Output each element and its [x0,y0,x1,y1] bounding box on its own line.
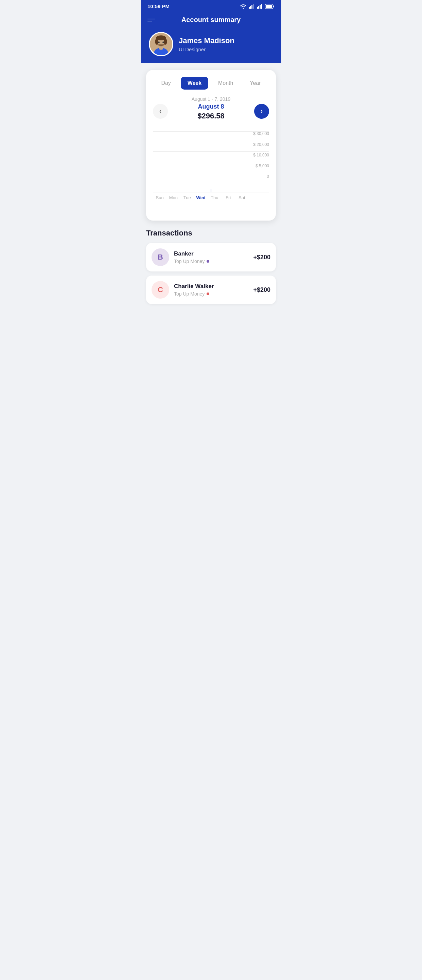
charlie-avatar: C [152,281,169,299]
tab-year[interactable]: Year [243,77,267,89]
svg-point-18 [158,41,160,43]
svg-rect-3 [253,4,254,9]
x-label-sat: Sat [235,195,249,200]
date-main: August 8 [192,103,230,110]
banker-type: Top Up Money [174,259,248,264]
prev-button[interactable]: ‹ [153,104,168,119]
time-display: 10:59 PM [147,3,169,9]
svg-rect-5 [258,6,259,9]
user-name: James Madison [179,36,235,45]
avatar-image [150,32,172,56]
svg-rect-10 [273,5,274,8]
x-label-sun: Sun [153,195,166,200]
user-role: UI Designer [179,46,235,52]
x-label-wed: Wed [194,195,208,200]
x-axis: Sun Mon Tue Wed Thu Fri Sat [153,195,269,200]
y-label-0: 0 [267,174,269,179]
banker-info: Banker Top Up Money [174,250,248,264]
banker-dot [206,260,209,262]
signal-icon [249,4,255,9]
transactions-title: Transactions [146,229,276,237]
svg-point-16 [155,39,158,45]
svg-rect-4 [257,7,258,9]
next-button[interactable]: › [254,104,269,119]
x-label-tue: Tue [181,195,194,200]
date-info: August 1 - 7, 2019 August 8 $296.58 [192,96,230,121]
header: Account summary [141,12,281,63]
date-navigation: ‹ August 1 - 7, 2019 August 8 $296.58 › [153,96,269,126]
wifi-icon [240,4,247,9]
y-label-5k: $ 5,000 [256,164,269,168]
header-top: Account summary [147,16,275,24]
tab-month[interactable]: Month [211,77,240,89]
y-label-30k: $ 30,000 [253,131,269,136]
avatar [149,32,173,56]
svg-rect-2 [251,5,253,9]
banker-avatar: B [152,248,169,266]
status-icons [240,4,275,9]
transaction-banker[interactable]: B Banker Top Up Money +$200 [146,243,276,272]
charlie-info: Charlie Walker Top Up Money [174,283,248,297]
user-info: James Madison UI Designer [179,36,235,52]
chart-area: $ 30,000 $ 20,000 $ 10,000 $ 5,000 0 Sun… [153,131,269,214]
x-label-fri: Fri [221,195,235,200]
battery-icon [265,4,275,9]
main-card: Day Week Month Year ‹ August 1 - 7, 2019… [146,70,276,221]
tab-day[interactable]: Day [154,77,177,89]
svg-point-19 [162,41,164,43]
menu-button[interactable] [147,19,155,21]
signal-icon-2 [257,4,263,9]
svg-rect-0 [249,7,250,9]
transaction-charlie[interactable]: C Charlie Walker Top Up Money +$200 [146,275,276,304]
status-bar: 10:59 PM [141,0,281,12]
svg-point-17 [164,39,167,45]
charlie-dot [206,293,209,295]
amount-display: $296.58 [192,111,230,121]
page-title: Account summary [181,16,241,24]
x-label-mon: Mon [166,195,180,200]
transactions-section: Transactions B Banker Top Up Money +$200… [141,221,281,316]
svg-rect-1 [250,6,251,9]
tab-bar: Day Week Month Year [153,77,269,89]
tab-week[interactable]: Week [181,77,209,89]
banker-name: Banker [174,250,248,257]
x-label-thu: Thu [208,195,221,200]
charlie-amount: +$200 [253,286,270,294]
date-range: August 1 - 7, 2019 [192,96,230,102]
y-axis: $ 30,000 $ 20,000 $ 10,000 $ 5,000 0 [249,131,269,179]
svg-rect-6 [260,5,261,9]
svg-rect-7 [261,4,262,9]
charlie-name: Charlie Walker [174,283,248,290]
user-profile: James Madison UI Designer [147,32,275,56]
charlie-type: Top Up Money [174,291,248,297]
svg-rect-9 [266,5,272,8]
y-label-20k: $ 20,000 [253,142,269,147]
y-label-10k: $ 10,000 [253,153,269,158]
banker-amount: +$200 [253,254,270,261]
